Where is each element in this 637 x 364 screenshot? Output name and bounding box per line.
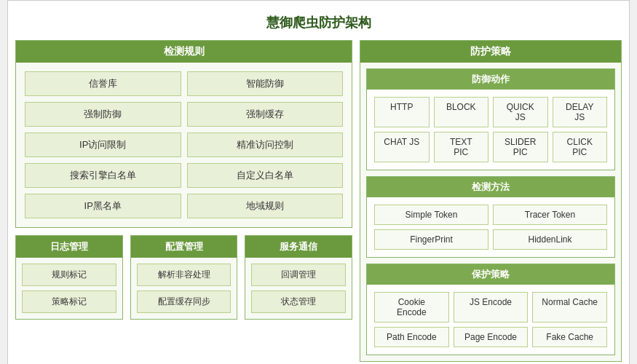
log-management-header: 日志管理 xyxy=(16,236,122,258)
config-cache-sync: 配置缓存同步 xyxy=(137,290,232,313)
defense-actions-header: 防御动作 xyxy=(367,69,614,90)
protect-policy-header: 保护策略 xyxy=(367,264,614,285)
protect-cookie-encode: Cookie Encode xyxy=(374,292,449,323)
method-row-2: FingerPrint HiddenLink xyxy=(374,229,607,250)
page-title: 慧御爬虫防护架构 xyxy=(15,8,622,40)
defense-actions-body: HTTP BLOCK QUICK JS DELAY JS CHAT JS TEX… xyxy=(367,90,614,170)
rule-item: 强制缓存 xyxy=(187,102,344,127)
content-area: 检测规则 信誉库 智能防御 强制防御 强制缓存 IP访问限制 精准访问控制 搜索… xyxy=(15,40,622,362)
rule-item: 地域规则 xyxy=(187,194,344,218)
service-callback: 回调管理 xyxy=(251,264,346,286)
service-comm-items: 回调管理 状态管理 xyxy=(245,258,352,319)
action-row-1: HTTP BLOCK QUICK JS DELAY JS xyxy=(374,97,607,127)
protect-path-encode: Path Encode xyxy=(374,327,449,347)
left-panel: 检测规则 信誉库 智能防御 强制防御 强制缓存 IP访问限制 精准访问控制 搜索… xyxy=(15,40,352,362)
rule-item: 精准访问控制 xyxy=(187,132,344,157)
detect-methods-box: 检测方法 Simple Token Tracer Token FingerPri… xyxy=(366,176,615,258)
action-row-2: CHAT JS TEXT PIC SLIDER PIC CLICK PIC xyxy=(374,132,607,162)
main-container: 慧御爬虫防护架构 检测规则 信誉库 智能防御 强制防御 强制缓存 IP访问限制 … xyxy=(7,0,630,364)
rule-item: IP访问限制 xyxy=(25,132,181,157)
detect-rules-header: 检测规则 xyxy=(16,41,352,63)
protect-page-encode: Page Encode xyxy=(454,327,529,347)
log-management-items: 规则标记 策略标记 xyxy=(16,258,122,319)
defense-actions-box: 防御动作 HTTP BLOCK QUICK JS DELAY JS CHAT J… xyxy=(366,68,615,170)
detect-methods-header: 检测方法 xyxy=(367,177,614,197)
method-tracer-token: Tracer Token xyxy=(493,205,607,225)
log-rule-mark: 规则标记 xyxy=(22,264,116,286)
protect-normal-cache: Normal Cache xyxy=(532,292,607,323)
rule-item: IP黑名单 xyxy=(25,194,181,218)
rule-item: 自定义白名单 xyxy=(187,163,344,188)
right-panel: 防护策略 防御动作 HTTP BLOCK QUICK JS DELAY JS C… xyxy=(360,40,622,362)
detect-methods-body: Simple Token Tracer Token FingerPrint Hi… xyxy=(367,197,614,257)
action-slider-pic: SLIDER PIC xyxy=(493,132,548,162)
defense-policy-section: 防护策略 防御动作 HTTP BLOCK QUICK JS DELAY JS C… xyxy=(360,40,622,362)
detect-rules-body: 信誉库 智能防御 强制防御 强制缓存 IP访问限制 精准访问控制 搜索引擎白名单… xyxy=(16,63,352,227)
config-management-items: 解析非容处理 配置缓存同步 xyxy=(131,258,237,319)
method-row-1: Simple Token Tracer Token xyxy=(374,205,607,225)
config-management-header: 配置管理 xyxy=(131,236,237,258)
protect-row-1: Cookie Encode JS Encode Normal Cache xyxy=(374,292,607,323)
config-parse-handle: 解析非容处理 xyxy=(137,264,232,286)
rule-item: 信誉库 xyxy=(25,71,181,96)
detect-rules-section: 检测规则 信誉库 智能防御 强制防御 强制缓存 IP访问限制 精准访问控制 搜索… xyxy=(15,40,352,228)
method-fingerprint: FingerPrint xyxy=(374,229,488,250)
protect-fake-cache: Fake Cache xyxy=(532,327,607,347)
log-management-section: 日志管理 规则标记 策略标记 xyxy=(15,235,123,320)
rule-item: 强制防御 xyxy=(25,102,181,127)
protect-js-encode: JS Encode xyxy=(454,292,529,323)
log-policy-mark: 策略标记 xyxy=(22,290,116,313)
protect-policy-body: Cookie Encode JS Encode Normal Cache Pat… xyxy=(367,285,614,355)
action-block: BLOCK xyxy=(434,97,489,127)
bottom-left: 日志管理 规则标记 策略标记 配置管理 解析非容处理 配置缓存同步 服务通信 xyxy=(15,235,352,320)
action-chat-js: CHAT JS xyxy=(374,132,430,162)
method-hiddenlink: HiddenLink xyxy=(493,229,607,250)
action-delay-js: DELAY JS xyxy=(553,97,608,127)
method-simple-token: Simple Token xyxy=(374,205,488,225)
service-comm-section: 服务通信 回调管理 状态管理 xyxy=(245,235,352,320)
action-click-pic: CLICK PIC xyxy=(553,132,608,162)
defense-policy-header: 防护策略 xyxy=(360,41,621,63)
service-status: 状态管理 xyxy=(251,290,346,313)
action-text-pic: TEXT PIC xyxy=(434,132,489,162)
service-comm-header: 服务通信 xyxy=(245,236,352,258)
config-management-section: 配置管理 解析非容处理 配置缓存同步 xyxy=(130,235,238,320)
rule-item: 搜索引擎白名单 xyxy=(25,163,181,188)
action-http: HTTP xyxy=(374,97,430,127)
protect-policy-box: 保护策略 Cookie Encode JS Encode Normal Cach… xyxy=(366,264,615,355)
rule-item: 智能防御 xyxy=(187,71,344,96)
protect-row-2: Path Encode Page Encode Fake Cache xyxy=(374,327,607,347)
action-quick-js: QUICK JS xyxy=(493,97,548,127)
